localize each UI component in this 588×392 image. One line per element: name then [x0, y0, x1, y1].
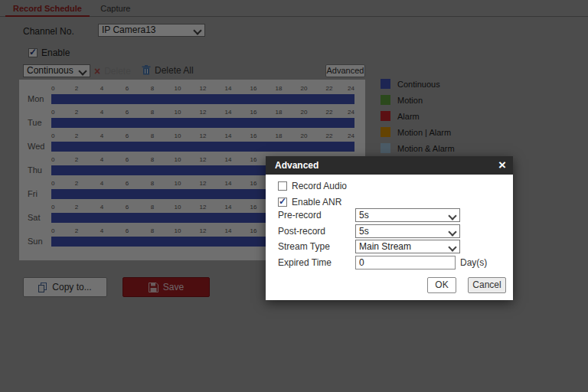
- post-record-label: Post-record: [278, 226, 325, 237]
- pre-record-select[interactable]: 5s: [355, 208, 460, 222]
- enable-anr-checkbox[interactable]: [278, 198, 287, 207]
- pre-record-label: Pre-record: [278, 210, 322, 220]
- chevron-down-icon: [448, 227, 456, 236]
- ok-button[interactable]: OK: [427, 277, 456, 293]
- chevron-down-icon: [448, 243, 456, 251]
- cancel-button[interactable]: Cancel: [468, 277, 506, 293]
- stream-type-value: Main Stream: [359, 241, 411, 252]
- post-record-select[interactable]: 5s: [355, 224, 460, 238]
- record-schedule-page: Record Schedule Capture Channel No. IP C…: [0, 0, 588, 392]
- stream-type-label: Stream Type: [278, 241, 330, 252]
- expired-time-input[interactable]: [355, 256, 456, 270]
- expired-time-label: Expired Time: [278, 257, 332, 268]
- record-audio-checkbox[interactable]: [278, 181, 287, 191]
- dialog-header: Advanced ×: [266, 156, 513, 175]
- advanced-dialog: Advanced × Record Audio Enable ANR Pre-r…: [266, 156, 513, 300]
- post-record-value: 5s: [359, 226, 369, 237]
- pre-record-value: 5s: [359, 210, 369, 220]
- chevron-down-icon: [448, 211, 456, 220]
- dialog-title: Advanced: [275, 160, 318, 171]
- close-icon[interactable]: ×: [498, 157, 506, 174]
- expired-time-suffix: Day(s): [460, 257, 487, 268]
- enable-anr-label: Enable ANR: [292, 197, 341, 207]
- record-audio-label: Record Audio: [292, 181, 347, 191]
- stream-type-select[interactable]: Main Stream: [355, 240, 460, 253]
